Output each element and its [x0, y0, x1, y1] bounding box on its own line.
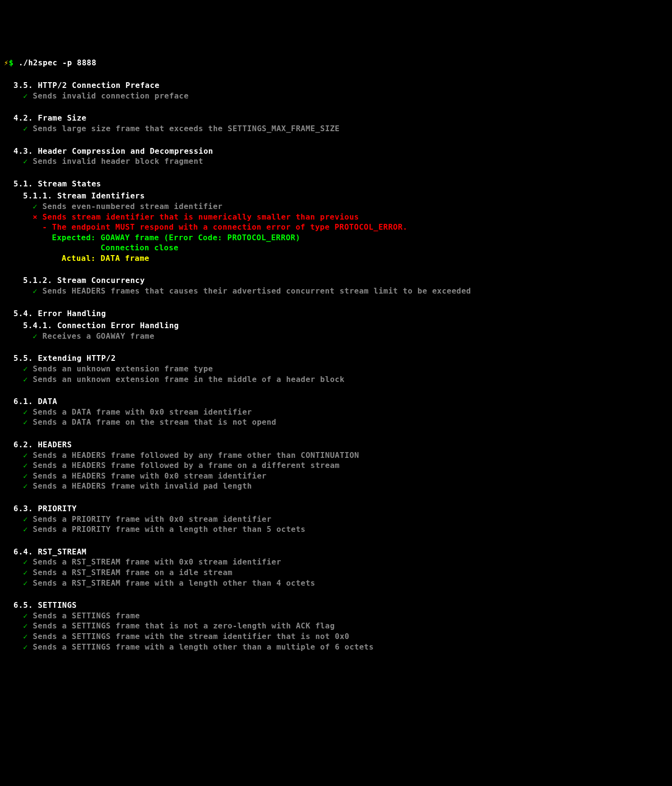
check-icon: ✓ [23, 557, 28, 566]
test-text: Sends a RST_STREAM frame with a length o… [28, 578, 315, 588]
expected-value: GOAWAY frame (Error Code: PROTOCOL_ERROR… [100, 233, 300, 242]
test-pass: ✓ Sends a HEADERS frame with invalid pad… [4, 481, 668, 491]
blank-line [4, 341, 668, 351]
test-text: Sends a HEADERS frame with 0x0 stream id… [28, 471, 267, 480]
check-icon: ✓ [23, 91, 28, 100]
test-pass: ✓ Sends a SETTINGS frame with a length o… [4, 642, 668, 652]
section-title: 4.3. Header Compression and Decompressio… [4, 146, 668, 157]
section-title: 5.1. Stream States [4, 179, 668, 189]
prompt-dollar: $ [9, 58, 13, 67]
test-pass: ✓ Sends a DATA frame on the stream that … [4, 417, 668, 428]
section-title: 6.2. HEADERS [4, 440, 668, 450]
actual-line: Actual: DATA frame [4, 253, 668, 264]
blank-line [4, 263, 668, 273]
check-icon: ✓ [23, 515, 28, 524]
blank-line [4, 588, 668, 598]
blank-line [4, 384, 668, 394]
cross-icon: × [33, 212, 37, 221]
section-title: 6.3. PRIORITY [4, 504, 668, 514]
test-pass: ✓ Sends a SETTINGS frame [4, 611, 668, 621]
test-text: Receives a GOAWAY frame [37, 332, 154, 341]
fail-detail: - The endpoint MUST respond with a conne… [4, 222, 668, 233]
check-icon: ✓ [23, 157, 28, 166]
indent-pad [52, 243, 100, 252]
test-pass: ✓ Sends even-numbered stream identifier [4, 201, 668, 212]
check-icon: ✓ [23, 471, 28, 480]
check-icon: ✓ [23, 364, 28, 373]
check-icon: ✓ [23, 461, 28, 470]
actual-value: DATA frame [100, 254, 149, 263]
blank-line [4, 535, 668, 545]
check-icon: ✓ [23, 451, 28, 460]
blank-line [4, 167, 668, 177]
check-icon: ✓ [33, 332, 37, 341]
expected-line: Connection close [4, 243, 668, 253]
check-icon: ✓ [23, 642, 28, 651]
test-pass: ✓ Sends a RST_STREAM frame with 0x0 stre… [4, 557, 668, 567]
check-icon: ✓ [23, 124, 28, 133]
test-pass: ✓ Sends a HEADERS frame followed by a fr… [4, 460, 668, 471]
blank-line [4, 428, 668, 438]
test-text: Sends large size frame that exceeds the … [28, 124, 340, 133]
expected-label: Expected: [52, 233, 100, 242]
test-pass: ✓ Sends invalid connection preface [4, 91, 668, 101]
test-text: Sends a SETTINGS frame with a length oth… [28, 642, 373, 651]
indent-pad [52, 254, 62, 263]
test-text: Sends a DATA frame on the stream that is… [28, 418, 276, 427]
test-text: Sends a RST_STREAM frame with 0x0 stream… [28, 557, 281, 566]
test-text: Sends a HEADERS frame with invalid pad l… [28, 481, 252, 491]
test-text: Sends an unknown extension frame in the … [28, 375, 345, 384]
test-text: Sends a SETTINGS frame [28, 611, 140, 620]
test-pass: ✓ Receives a GOAWAY frame [4, 331, 668, 342]
test-text: Sends a HEADERS frame followed by a fram… [28, 461, 340, 470]
command-text: ./h2spec -p 8888 [18, 58, 96, 67]
test-pass: ✓ Sends a RST_STREAM frame with a length… [4, 578, 668, 589]
check-icon: ✓ [23, 418, 28, 427]
section-title: 5.5. Extending HTTP/2 [4, 353, 668, 364]
check-icon: ✓ [33, 286, 37, 295]
prompt-line: ⚡$ ./h2spec -p 8888 [4, 58, 668, 68]
test-pass: ✓ Sends a HEADERS frame followed by any … [4, 450, 668, 461]
check-icon: ✓ [23, 525, 28, 534]
test-fail: × Sends stream identifier that is numeri… [4, 212, 668, 222]
check-icon: ✓ [23, 578, 28, 588]
test-text: Sends invalid header block fragment [28, 157, 203, 166]
test-text: Sends an unknown extension frame type [28, 364, 213, 373]
blank-line [4, 491, 668, 502]
blank-line [4, 101, 668, 111]
expected-line: Expected: GOAWAY frame (Error Code: PROT… [4, 233, 668, 243]
test-text: Sends a PRIORITY frame with a length oth… [28, 525, 306, 534]
section-title: 6.4. RST_STREAM [4, 547, 668, 557]
test-pass: ✓ Sends a SETTINGS frame with the stream… [4, 631, 668, 642]
test-pass: ✓ Sends large size frame that exceeds th… [4, 123, 668, 134]
check-icon: ✓ [23, 632, 28, 641]
test-pass: ✓ Sends an unknown extension frame type [4, 364, 668, 374]
test-text: Sends HEADERS frames that causes their a… [37, 286, 471, 295]
section-title: 3.5. HTTP/2 Connection Preface [4, 80, 668, 91]
section-title: 6.1. DATA [4, 396, 668, 407]
check-icon: ✓ [23, 375, 28, 384]
actual-label: Actual: [62, 254, 100, 263]
test-text: Sends invalid connection preface [28, 91, 188, 100]
test-text: Sends a RST_STREAM frame on a idle strea… [28, 568, 233, 577]
expected-value: Connection close [100, 243, 178, 252]
check-icon: ✓ [23, 621, 28, 630]
test-sections: 3.5. HTTP/2 Connection Preface✓ Sends in… [4, 80, 668, 652]
section-title: 5.1.2. Stream Concurrency [4, 275, 668, 286]
test-pass: ✓ Sends a HEADERS frame with 0x0 stream … [4, 471, 668, 481]
test-text: Sends stream identifier that is numerica… [37, 212, 359, 221]
test-text: Sends even-numbered stream identifier [37, 202, 223, 211]
lightning-icon: ⚡ [4, 58, 9, 67]
test-text: Sends a HEADERS frame followed by any fr… [28, 451, 359, 460]
blank-line [4, 134, 668, 144]
section-title: 5.4.1. Connection Error Handling [4, 320, 668, 331]
test-text: Sends a PRIORITY frame with 0x0 stream i… [28, 515, 272, 524]
blank-line [4, 296, 668, 307]
check-icon: ✓ [23, 481, 28, 491]
terminal-output: ⚡$ ./h2spec -p 8888 3.5. HTTP/2 Connecti… [4, 47, 668, 662]
section-title: 4.2. Frame Size [4, 113, 668, 123]
test-pass: ✓ Sends invalid header block fragment [4, 156, 668, 167]
test-pass: ✓ Sends an unknown extension frame in th… [4, 374, 668, 385]
test-pass: ✓ Sends a PRIORITY frame with 0x0 stream… [4, 514, 668, 525]
test-pass: ✓ Sends a DATA frame with 0x0 stream ide… [4, 407, 668, 418]
